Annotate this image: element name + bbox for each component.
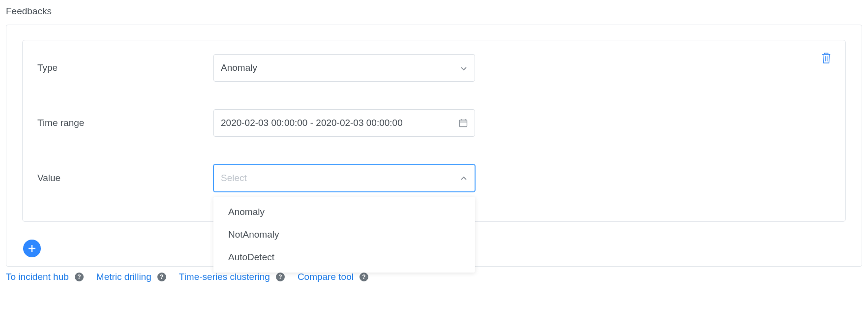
footer-links: To incident hub ? Metric drilling ? Time…	[6, 272, 862, 282]
time-range-value: 2020-02-03 00:00:00 - 2020-02-03 00:00:0…	[221, 118, 403, 128]
value-option-notanomaly[interactable]: NotAnomaly	[213, 223, 475, 246]
chevron-up-icon	[460, 174, 468, 182]
page-title: Feedbacks	[6, 6, 862, 17]
value-dropdown-panel: Anomaly NotAnomaly AutoDetect	[213, 197, 475, 273]
chevron-down-icon	[460, 64, 468, 72]
help-icon[interactable]: ?	[75, 273, 84, 281]
time-range-label: Time range	[37, 118, 213, 128]
plus-icon	[27, 244, 37, 253]
time-range-row: Time range 2020-02-03 00:00:00 - 2020-02…	[37, 109, 831, 137]
help-icon[interactable]: ?	[157, 273, 166, 281]
link-incident-hub[interactable]: To incident hub	[6, 272, 69, 282]
value-option-autodetect[interactable]: AutoDetect	[213, 246, 475, 269]
svg-rect-0	[460, 120, 467, 127]
value-label: Value	[37, 173, 213, 183]
help-icon[interactable]: ?	[276, 273, 285, 281]
value-select-placeholder: Select	[221, 173, 247, 183]
type-select-wrap: Anomaly	[213, 54, 475, 82]
type-row: Type Anomaly	[37, 54, 831, 82]
delete-button[interactable]	[821, 51, 832, 65]
value-select[interactable]: Select	[213, 164, 475, 192]
value-option-anomaly[interactable]: Anomaly	[213, 201, 475, 223]
type-label: Type	[37, 62, 213, 73]
type-select[interactable]: Anomaly	[213, 54, 475, 82]
link-compare-tool[interactable]: Compare tool	[298, 272, 354, 282]
link-time-series-clustering[interactable]: Time-series clustering	[179, 272, 270, 282]
add-button[interactable]	[23, 240, 41, 257]
type-select-value: Anomaly	[221, 62, 257, 73]
value-row: Value Select Anomaly NotAnomaly AutoDete…	[37, 164, 831, 192]
time-range-input[interactable]: 2020-02-03 00:00:00 - 2020-02-03 00:00:0…	[213, 109, 475, 137]
feedback-form-card: Type Anomaly Time range 2020-02-03 00:00…	[22, 40, 846, 222]
value-select-wrap: Select Anomaly NotAnomaly AutoDetect	[213, 164, 475, 192]
calendar-icon	[459, 119, 468, 127]
help-icon[interactable]: ?	[359, 273, 368, 281]
time-range-input-wrap: 2020-02-03 00:00:00 - 2020-02-03 00:00:0…	[213, 109, 475, 137]
feedbacks-panel: Type Anomaly Time range 2020-02-03 00:00…	[6, 25, 862, 267]
trash-icon	[821, 51, 832, 65]
link-metric-drilling[interactable]: Metric drilling	[96, 272, 151, 282]
